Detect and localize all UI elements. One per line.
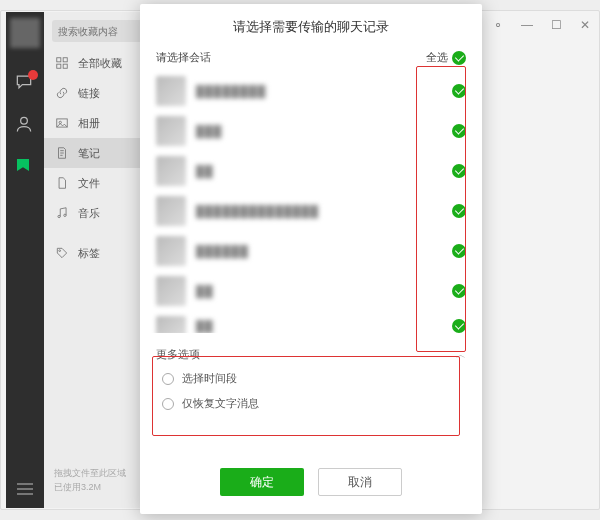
conversation-row[interactable]: ██████ [156,231,466,271]
transfer-chat-modal: 请选择需要传输的聊天记录 请选择会话 全选 ████████ ███ ██ ██… [140,4,482,514]
ok-button[interactable]: 确定 [220,468,304,496]
checkmark-icon[interactable] [452,284,466,298]
avatar [156,116,186,146]
sidebar-item-music[interactable]: 音乐 [44,198,154,228]
sidebar-item-all[interactable]: 全部收藏 [44,48,154,78]
svg-rect-2 [63,58,67,62]
grid-icon [54,55,70,71]
minimize-button[interactable]: — [521,18,533,32]
search-input[interactable] [52,20,146,42]
checkmark-icon[interactable] [452,124,466,138]
note-icon [54,145,70,161]
checkmark-icon[interactable] [452,244,466,258]
svg-point-0 [21,117,28,124]
sidebar-item-label: 全部收藏 [78,56,122,71]
sidebar-item-tags[interactable]: 标签 [44,238,154,268]
sidebar-item-label: 音乐 [78,206,100,221]
avatar [156,76,186,106]
window-controls: ⚬ — ☐ ✕ [493,18,590,32]
more-options-section: 更多选项 ︿ 选择时间段 仅恢复文字消息 [140,337,482,420]
conversation-list: ████████ ███ ██ ██████████████ ██████ ██ [140,71,482,333]
badge-icon [28,70,38,80]
link-icon [54,85,70,101]
maximize-button[interactable]: ☐ [551,18,562,32]
checkmark-icon[interactable] [452,84,466,98]
contacts-icon[interactable] [14,114,36,136]
select-all-label: 全选 [426,50,448,65]
option-label: 选择时间段 [182,371,237,386]
conversation-name: ██ [196,320,452,332]
conversation-row[interactable]: ██ [156,311,466,333]
avatar [156,316,186,333]
checkmark-icon [452,51,466,65]
sidebar-item-label: 相册 [78,116,100,131]
conversation-name: ███ [196,125,452,137]
sidebar-item-files[interactable]: 文件 [44,168,154,198]
more-options-label: 更多选项 [156,347,200,362]
svg-rect-4 [63,64,67,68]
close-button[interactable]: ✕ [580,18,590,32]
radio-icon [162,373,174,385]
left-rail [6,12,44,508]
more-options-toggle[interactable]: 更多选项 ︿ [156,343,466,366]
select-all-button[interactable]: 全选 [426,50,466,65]
checkmark-icon[interactable] [452,204,466,218]
conversation-row[interactable]: ██ [156,151,466,191]
option-text-only[interactable]: 仅恢复文字消息 [156,391,466,416]
svg-point-7 [58,215,60,217]
pin-button[interactable]: ⚬ [493,18,503,32]
avatar [156,156,186,186]
modal-title: 请选择需要传输的聊天记录 [140,4,482,46]
menu-icon[interactable] [17,480,33,498]
radio-icon [162,398,174,410]
sidebar-item-label: 链接 [78,86,100,101]
option-time-range[interactable]: 选择时间段 [156,366,466,391]
cancel-button[interactable]: 取消 [318,468,402,496]
sidebar-item-photos[interactable]: 相册 [44,108,154,138]
conversation-row[interactable]: ██████████████ [156,191,466,231]
checkmark-icon[interactable] [452,319,466,333]
footer-line: 拖拽文件至此区域 [54,467,126,481]
file-icon [54,175,70,191]
button-row: 确定 取消 [140,450,482,514]
conversation-row[interactable]: ███ [156,111,466,151]
avatar [156,196,186,226]
svg-point-8 [64,214,66,216]
svg-point-9 [59,250,61,252]
svg-rect-1 [57,58,61,62]
sidebar-item-label: 标签 [78,246,100,261]
search-row [44,12,154,48]
avatar[interactable] [10,18,40,48]
chat-icon[interactable] [14,72,36,94]
conversation-name: ██████████████ [196,205,452,217]
tag-icon [54,245,70,261]
chevron-up-icon: ︿ [456,348,466,362]
sidebar: 全部收藏 链接 相册 笔记 文件 音乐 标签 拖拽文件至此区域 已使用3.2M [44,12,154,508]
sidebar-item-notes[interactable]: 笔记 [44,138,154,168]
favorites-icon[interactable] [14,156,36,178]
svg-rect-3 [57,64,61,68]
sidebar-item-label: 笔记 [78,146,100,161]
conversation-name: ██ [196,165,452,177]
photo-icon [54,115,70,131]
checkmark-icon[interactable] [452,164,466,178]
conversation-name: ████████ [196,85,452,97]
sidebar-footer: 拖拽文件至此区域 已使用3.2M [54,467,126,494]
avatar [156,276,186,306]
select-header: 请选择会话 全选 [140,46,482,71]
conversation-row[interactable]: ████████ [156,71,466,111]
music-icon [54,205,70,221]
conversation-name: ██ [196,285,452,297]
sidebar-item-links[interactable]: 链接 [44,78,154,108]
conversation-row[interactable]: ██ [156,271,466,311]
avatar [156,236,186,266]
sidebar-item-label: 文件 [78,176,100,191]
footer-line: 已使用3.2M [54,481,126,495]
option-label: 仅恢复文字消息 [182,396,259,411]
conversation-name: ██████ [196,245,452,257]
select-session-label: 请选择会话 [156,50,211,65]
